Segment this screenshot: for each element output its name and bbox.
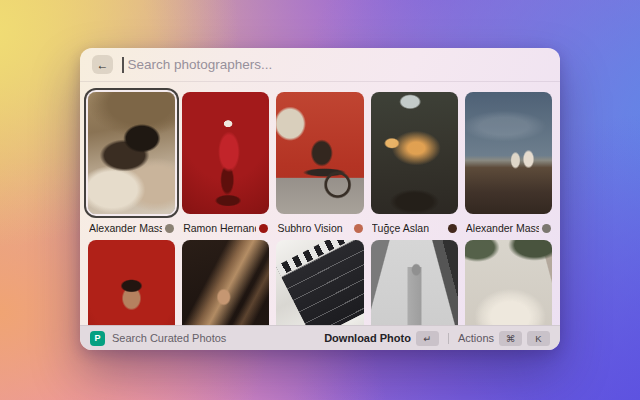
photo-thumbnail-couple-taking-photo-sepia[interactable] [88, 92, 175, 214]
photo-average-color-dot [354, 224, 363, 233]
photographer-name: Tuğçe Aslan [372, 222, 429, 234]
command-key-icon: ⌘ [499, 331, 522, 346]
launcher-window: ← Alexander Mass Ramon Hernandez Subhro … [80, 48, 560, 350]
photo-grid-row-2 [88, 240, 552, 326]
photo-average-color-dot [259, 224, 268, 233]
text-cursor [122, 57, 124, 73]
return-key-icon: ↵ [416, 331, 439, 346]
photo-average-color-dot [165, 224, 174, 233]
footer-divider [448, 333, 449, 344]
photographer-label: Alexander Mass [88, 222, 175, 234]
photographer-name: Alexander Mass [466, 222, 539, 234]
results-grid-area: Alexander Mass Ramon Hernandez Subhro Vi… [80, 82, 560, 326]
photo-thumbnail-man-portrait-red-background[interactable] [88, 240, 175, 326]
photographer-label: Alexander Mass [465, 222, 552, 234]
command-title: Search Curated Photos [112, 332, 226, 344]
photographer-name: Subhro Vision [277, 222, 342, 234]
photographer-labels-row: Alexander Mass Ramon Hernandez Subhro Vi… [88, 222, 552, 234]
photo-thumbnail-blossoming-tree[interactable] [465, 240, 552, 326]
photo-average-color-dot [542, 224, 551, 233]
back-arrow-icon: ← [97, 58, 109, 72]
photo-thumbnail-couple-walking-on-shore[interactable] [465, 92, 552, 214]
pexels-letter: P [94, 333, 100, 343]
primary-action-button[interactable]: Download Photo ↵ [324, 331, 439, 346]
photographer-name: Ramon Hernandez [183, 222, 256, 234]
photo-thumbnail-woman-in-red-on-stool[interactable] [182, 92, 269, 214]
photo-thumbnail-clapperboard-on-fabric[interactable] [276, 240, 363, 326]
photographer-name: Alexander Mass [89, 222, 162, 234]
photo-grid-row-1 [88, 92, 552, 214]
footer-bar: P Search Curated Photos Download Photo ↵… [80, 325, 560, 350]
search-bar: ← [80, 48, 560, 81]
photo-thumbnail-city-tower-black-white[interactable] [371, 240, 458, 326]
photo-thumbnail-woman-in-light-streaks[interactable] [182, 240, 269, 326]
photo-thumbnail-cafe-storefront-at-dusk[interactable] [371, 92, 458, 214]
photographer-label: Tuğçe Aslan [371, 222, 458, 234]
back-button[interactable]: ← [92, 55, 113, 74]
photographer-label: Ramon Hernandez [182, 222, 269, 234]
photo-average-color-dot [448, 224, 457, 233]
actions-label: Actions [458, 332, 494, 344]
pexels-app-icon: P [90, 331, 105, 346]
search-input[interactable] [128, 57, 549, 72]
photographer-label: Subhro Vision [276, 222, 363, 234]
actions-menu-button[interactable]: Actions ⌘ K [458, 331, 550, 346]
photo-thumbnail-man-pulling-cart-red-wall[interactable] [276, 92, 363, 214]
k-key-icon: K [527, 331, 550, 346]
primary-action-label: Download Photo [324, 332, 411, 344]
